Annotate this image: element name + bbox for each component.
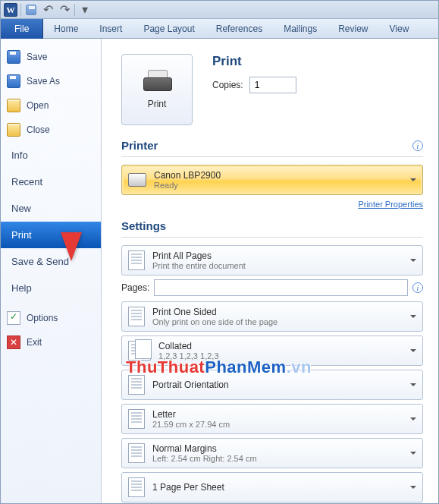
document-icon [128,250,145,270]
sidebar-item-label: Open [27,100,49,111]
print-range-dropdown[interactable]: Print All PagesPrint the entire document [121,245,423,276]
separator [20,4,21,16]
pages-info-icon[interactable]: i [412,282,423,293]
ribbon-tabs: File Home Insert Page Layout References … [1,19,438,39]
chevron-down-icon [410,178,416,184]
sidebar-item-save[interactable]: Save [1,45,101,69]
printer-properties-link[interactable]: Printer Properties [121,200,423,209]
open-icon [7,99,20,112]
page-icon [128,307,145,326]
sidebar-item-print[interactable]: Print [1,222,101,248]
sidebar-item-exit[interactable]: ✕ Exit [1,330,101,354]
tab-review[interactable]: Review [328,19,378,39]
undo-button[interactable]: ↶ [41,4,55,16]
save-icon [7,50,20,64]
sidebar-item-save-as[interactable]: Save As [1,69,101,93]
quick-access-toolbar: W ↶ ↷ ▾ [1,1,438,19]
portrait-icon [128,375,145,395]
paper-size-dropdown[interactable]: Letter21.59 cm x 27.94 cm [121,404,423,434]
sidebar-item-close[interactable]: Close [1,118,101,142]
sidebar-item-label: Close [27,124,50,135]
printer-status: Ready [154,181,221,190]
sidebar-item-options[interactable]: ✓ Options [1,306,101,330]
close-folder-icon [7,123,20,137]
sidebar-item-label: Options [27,313,58,323]
tab-references[interactable]: References [205,19,273,39]
print-panel: Print Print Copies: Printer i Canon LBP2… [102,39,438,503]
file-tab[interactable]: File [1,19,43,39]
pages-input[interactable] [154,279,408,296]
sidebar-item-save-send[interactable]: Save & Send [1,248,101,275]
pages-label: Pages: [121,282,149,293]
settings-header: Settings [121,219,423,232]
collate-icon [128,341,151,361]
rule [121,237,423,238]
print-top-row: Print Print Copies: [121,54,423,125]
rule [121,156,423,157]
tab-view[interactable]: View [379,19,420,39]
chevron-down-icon [410,315,416,321]
chevron-down-icon [410,383,416,389]
copies-row: Copies: [212,77,296,93]
sidebar-item-new[interactable]: New [1,195,101,222]
exit-icon: ✕ [7,335,20,349]
tab-insert[interactable]: Insert [89,19,133,39]
printer-header: Printer i [121,139,423,152]
chevron-down-icon [410,259,416,265]
redo-button[interactable]: ↷ [58,4,71,16]
chevron-down-icon [410,417,416,424]
sidebar-item-info[interactable]: Info [1,142,101,169]
printer-name: Canon LBP2900 [154,170,221,181]
sheet-icon [128,477,145,497]
separator [74,4,75,16]
sides-dropdown[interactable]: Print One SidedOnly print on one side of… [121,301,423,332]
pages-row: Pages: i [121,279,423,296]
printer-info-icon[interactable]: i [412,140,423,151]
tab-page-layout[interactable]: Page Layout [133,19,205,39]
backstage-body: Save Save As Open Close Info Recent New … [1,39,438,503]
margins-icon [128,443,145,463]
options-icon: ✓ [7,311,20,325]
orientation-dropdown[interactable]: Portrait Orientation [121,370,423,400]
sidebar-item-help[interactable]: Help [1,275,101,301]
margins-dropdown[interactable]: Normal MarginsLeft: 2.54 cm Right: 2.54 … [121,438,423,468]
paper-icon [128,409,145,429]
customize-qat-button[interactable]: ▾ [78,4,92,16]
sidebar-item-label: Save [27,52,47,62]
chevron-down-icon [410,486,416,492]
printer-dropdown[interactable]: Canon LBP2900 Ready [121,165,423,195]
sidebar-item-recent[interactable]: Recent [1,169,101,195]
chevron-down-icon [410,349,416,355]
backstage-sidebar: Save Save As Open Close Info Recent New … [1,39,102,503]
sidebar-item-label: Exit [27,337,42,348]
copies-label: Copies: [212,80,243,90]
printer-small-icon [128,173,146,187]
print-title: Print [212,54,296,69]
copies-input[interactable] [249,77,296,93]
collate-dropdown[interactable]: Collated1,2,3 1,2,3 1,2,3 [121,335,423,366]
save-qat-button[interactable] [24,4,38,16]
tab-mailings[interactable]: Mailings [273,19,328,39]
sidebar-item-open[interactable]: Open [1,93,101,118]
printer-icon [142,70,172,94]
tab-home[interactable]: Home [43,19,89,39]
save-as-icon [7,74,20,88]
pages-per-sheet-dropdown[interactable]: 1 Page Per Sheet [121,472,423,502]
print-button[interactable]: Print [121,54,193,125]
word-app-icon: W [4,3,17,17]
sidebar-item-label: Save As [27,76,60,87]
print-button-label: Print [148,99,167,109]
chevron-down-icon [410,452,416,458]
